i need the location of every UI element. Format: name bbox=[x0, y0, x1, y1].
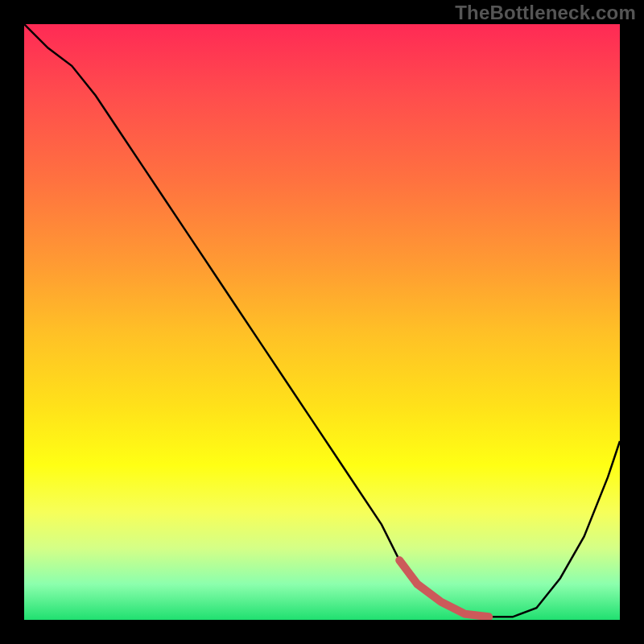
plot-area bbox=[24, 24, 620, 620]
bottleneck-curve bbox=[24, 24, 620, 620]
curve-highlight bbox=[399, 560, 489, 617]
curve-path bbox=[24, 24, 620, 617]
chart-container: TheBottleneck.com bbox=[0, 0, 644, 644]
attribution-label: TheBottleneck.com bbox=[455, 2, 636, 24]
